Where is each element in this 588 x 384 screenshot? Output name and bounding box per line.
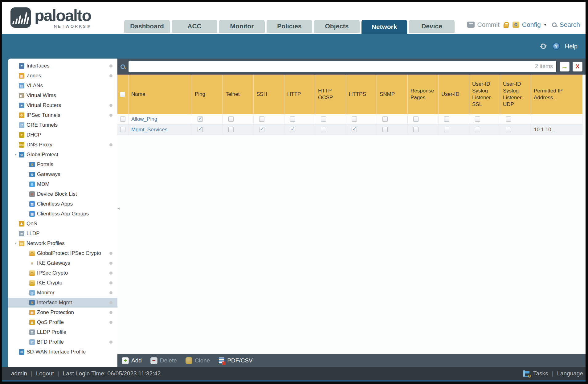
col-header-http[interactable]: HTTP — [284, 75, 315, 114]
tab-policies[interactable]: Policies — [267, 20, 312, 33]
clientless-apps-icon: ▦ — [29, 201, 35, 207]
config-menu-button[interactable]: Config — [522, 21, 541, 28]
apply-filter-button[interactable]: → — [560, 62, 570, 71]
refresh-icon[interactable] — [539, 43, 548, 50]
col-header-ssh[interactable]: SSH — [254, 75, 284, 114]
sidebar-item-clientless-apps[interactable]: ▦Clientless Apps — [8, 199, 117, 209]
lock-icon[interactable] — [504, 24, 508, 28]
select-all-checkbox[interactable] — [120, 92, 125, 97]
logo-brand-text: paloalto — [35, 6, 91, 25]
unchecked-checkbox-icon — [506, 127, 511, 132]
sidebar-item-dhcp[interactable]: IPDHCP — [8, 130, 117, 140]
paloalto-logo-icon — [10, 7, 31, 28]
logout-link[interactable]: Logout — [36, 370, 54, 377]
sidebar-item-interface-mgmt[interactable]: ⚙Interface Mgmt — [8, 298, 117, 308]
sidebar-item-label: DHCP — [27, 132, 41, 138]
col-header-https[interactable]: HTTPS — [346, 75, 377, 114]
check-cell-response-pages — [408, 114, 439, 124]
sidebar-item-label: GRE Tunnels — [27, 122, 58, 128]
sidebar-item-label: IKE Gateways — [37, 260, 70, 266]
pdf-csv-button[interactable]: PDF/CSV — [218, 357, 252, 364]
sidebar-item-gateways[interactable]: ⊕Gateways — [8, 170, 117, 179]
virtual-routers-icon: + — [19, 103, 24, 108]
language-button[interactable]: Language — [557, 370, 583, 377]
sidebar-collapse-handle[interactable]: ◄ — [117, 206, 120, 210]
qos-profile-icon: ♟ — [29, 320, 35, 325]
sidebar-item-lldp[interactable]: ≣LLDP — [8, 229, 117, 239]
sidebar-item-ipsec-tunnels[interactable]: ⊙IPSec Tunnels — [8, 110, 117, 120]
commit-button[interactable]: Commit — [477, 21, 500, 28]
profile-name-link[interactable]: Mgmt_Services — [131, 127, 167, 133]
sidebar-item-sd-wan-interface-profile[interactable]: ⊕SD-WAN Interface Profile — [8, 347, 117, 357]
col-header-user-id-syslog-listener-udp[interactable]: User-ID Syslog Listener-UDP — [500, 75, 531, 114]
sidebar-item-qos-profile[interactable]: ♟QoS Profile — [8, 317, 117, 327]
sidebar-item-virtual-routers[interactable]: +Virtual Routers — [8, 100, 117, 110]
row-select-checkbox[interactable] — [120, 116, 125, 122]
table-row-mgmt-services[interactable]: Mgmt_Services✓✓✓✓10.1.10... — [117, 125, 582, 135]
status-dot — [109, 321, 112, 324]
col-header-telnet[interactable]: Telnet — [223, 75, 254, 114]
sidebar-item-virtual-wires[interactable]: ◧Virtual Wires — [8, 91, 117, 100]
blue-band: ? Help — [2, 34, 586, 59]
profile-name-link[interactable]: Allow_Ping — [131, 116, 157, 122]
chevron-down-icon[interactable]: ▼ — [544, 23, 547, 27]
tab-acc[interactable]: ACC — [172, 20, 217, 33]
col-header-ping[interactable]: Ping — [192, 75, 223, 114]
search-input[interactable] — [128, 61, 557, 72]
tab-dashboard[interactable]: Dashboard — [124, 20, 170, 33]
sidebar-item-interfaces[interactable]: ≡Interfaces — [8, 61, 117, 71]
row-select-checkbox[interactable] — [120, 127, 125, 132]
tree-expander-icon[interactable]: ▼ — [13, 153, 19, 156]
help-icon[interactable]: ? — [553, 43, 560, 50]
add-button[interactable]: +Add — [122, 357, 142, 364]
status-dot — [109, 281, 112, 284]
config-icon: ⚙ — [512, 22, 519, 28]
tab-monitor[interactable]: Monitor — [219, 20, 265, 33]
sidebar-item-monitor[interactable]: ◎Monitor — [8, 288, 117, 298]
help-label[interactable]: Help — [565, 43, 578, 50]
sidebar-item-label: QoS — [27, 221, 37, 227]
col-header-permitted-ip-address[interactable]: Permitted IP Address... — [531, 75, 582, 114]
globalprotect-icon: ⊕ — [19, 152, 24, 157]
col-header-name[interactable]: Name — [129, 75, 192, 114]
sidebar-item-ike-crypto[interactable]: ◠IKE Crypto — [8, 278, 117, 288]
sidebar-item-vlans[interactable]: ▤VLANs — [8, 81, 117, 91]
sidebar-item-ipsec-crypto[interactable]: ◠IPSec Crypto — [8, 268, 117, 278]
tab-network[interactable]: Network — [361, 20, 407, 34]
sidebar-item-device-block-list[interactable]: ⊘Device Block List — [8, 189, 117, 199]
unchecked-checkbox-icon — [475, 116, 480, 122]
tasks-button[interactable]: Tasks — [533, 370, 548, 377]
table-row-allow-ping[interactable]: Allow_Ping✓ — [117, 114, 582, 125]
clear-filter-button[interactable]: X — [573, 62, 582, 71]
sidebar-item-zones[interactable]: ▦Zones — [8, 71, 117, 81]
sidebar-item-globalprotect[interactable]: ▼⊕GlobalProtect — [8, 150, 117, 160]
sidebar-item-bfd-profile[interactable]: ⇄BFD Profile — [8, 337, 117, 347]
clone-button: Clone — [186, 357, 210, 364]
col-header-user-id[interactable]: User-ID — [439, 75, 469, 114]
col-header-snmp[interactable]: SNMP — [377, 75, 408, 114]
tab-objects[interactable]: Objects — [314, 20, 360, 33]
sidebar-item-zone-protection[interactable]: ▦Zone Protection — [8, 308, 117, 317]
col-header-http-ocsp[interactable]: HTTP OCSP — [315, 75, 346, 114]
col-header-user-id-syslog-listener-ssl[interactable]: User-ID Syslog Listener-SSL — [469, 75, 500, 114]
sidebar-item-ike-gateways[interactable]: πIKE Gateways — [8, 258, 117, 268]
tab-device[interactable]: Device — [409, 20, 455, 33]
sidebar-item-portals[interactable]: ⚙Portals — [8, 160, 117, 170]
sidebar-item-network-profiles[interactable]: ▼▤Network Profiles — [8, 239, 117, 248]
global-search-button[interactable]: Search — [559, 21, 580, 28]
tree-expander-icon[interactable]: ▼ — [13, 242, 19, 245]
ipsec-tunnels-icon: ⊙ — [19, 112, 24, 118]
sidebar-item-lldp-profile[interactable]: ≣LLDP Profile — [8, 327, 117, 337]
sidebar-item-globalprotect-ipsec-crypto[interactable]: ◠GlobalProtect IPSec Crypto — [8, 248, 117, 258]
sidebar-item-qos[interactable]: ♟QoS — [8, 219, 117, 229]
col-header-response-pages[interactable]: Response Pages — [408, 75, 439, 114]
sidebar-item-gre-tunnels[interactable]: ⇄GRE Tunnels — [8, 120, 117, 130]
search-icon[interactable] — [120, 64, 125, 69]
sidebar-item-label: VLANs — [27, 83, 43, 89]
checked-checkbox-icon: ✓ — [290, 127, 295, 132]
sidebar-item-dns-proxy[interactable]: DNSDNS Proxy — [8, 140, 117, 150]
sidebar-item-clientless-app-groups[interactable]: ▩Clientless App Groups — [8, 209, 117, 219]
network-profiles-icon: ▤ — [19, 241, 24, 246]
sidebar-item-mdm[interactable]: ▯MDM — [8, 179, 117, 189]
check-cell-http-ocsp — [315, 114, 346, 124]
